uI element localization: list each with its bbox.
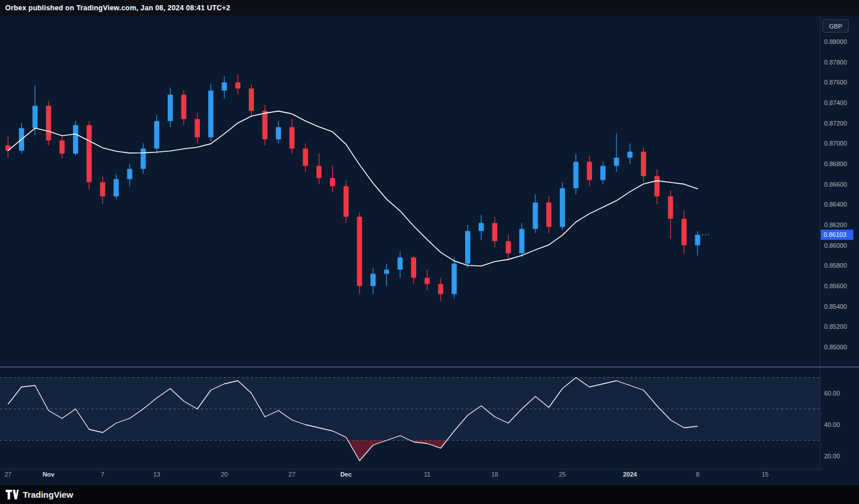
svg-text:0.86200: 0.86200 [824, 221, 847, 228]
svg-text:60.00: 60.00 [824, 390, 840, 397]
footer-bar: TradingView [0, 485, 859, 504]
svg-text:2024: 2024 [623, 471, 637, 478]
svg-text:0.85800: 0.85800 [824, 262, 847, 269]
svg-text:11: 11 [424, 471, 430, 478]
svg-text:0.87800: 0.87800 [824, 59, 847, 66]
tradingview-logo-icon [6, 490, 19, 499]
svg-text:13: 13 [153, 471, 160, 478]
svg-text:0.86103: 0.86103 [824, 231, 846, 238]
price-chart[interactable]: 0.861030.880000.878000.876000.874000.872… [0, 16, 859, 485]
svg-text:0.85600: 0.85600 [824, 283, 847, 289]
svg-text:0.87200: 0.87200 [824, 120, 847, 127]
svg-text:Nov: Nov [43, 471, 55, 478]
svg-text:25: 25 [559, 471, 566, 478]
tradingview-brand-text: TradingView [23, 490, 73, 499]
svg-text:0.85000: 0.85000 [824, 344, 847, 350]
tradingview-published-chart: Orbex published on TradingView.com, Jan … [0, 0, 859, 504]
svg-text:0.87600: 0.87600 [824, 79, 847, 86]
svg-text:7: 7 [101, 471, 104, 478]
svg-text:8: 8 [696, 471, 699, 478]
publish-header: Orbex published on TradingView.com, Jan … [0, 0, 859, 16]
svg-text:0.85400: 0.85400 [824, 303, 847, 310]
svg-text:0.86000: 0.86000 [824, 242, 847, 249]
publish-title: Orbex published on TradingView.com, Jan … [5, 4, 230, 12]
svg-text:0.86600: 0.86600 [824, 181, 847, 188]
svg-text:0.87400: 0.87400 [824, 99, 847, 106]
svg-text:0.88000: 0.88000 [824, 38, 847, 45]
chart-area: 0.861030.880000.878000.876000.874000.872… [0, 16, 859, 485]
svg-text:0.85200: 0.85200 [824, 323, 847, 330]
svg-text:27: 27 [5, 471, 11, 478]
svg-text:40.00: 40.00 [824, 421, 840, 428]
svg-text:18: 18 [491, 471, 498, 478]
svg-text:0.86400: 0.86400 [824, 201, 847, 208]
svg-text:20.00: 20.00 [824, 453, 840, 459]
svg-text:20: 20 [221, 471, 228, 478]
svg-text:0.87000: 0.87000 [824, 140, 847, 147]
tradingview-link[interactable]: TradingView [6, 490, 73, 499]
svg-text:Dec: Dec [340, 471, 352, 478]
svg-text:0.86800: 0.86800 [824, 160, 847, 167]
currency-toggle-button[interactable]: GBP [822, 19, 849, 33]
svg-text:27: 27 [288, 471, 295, 478]
svg-text:15: 15 [762, 471, 769, 478]
